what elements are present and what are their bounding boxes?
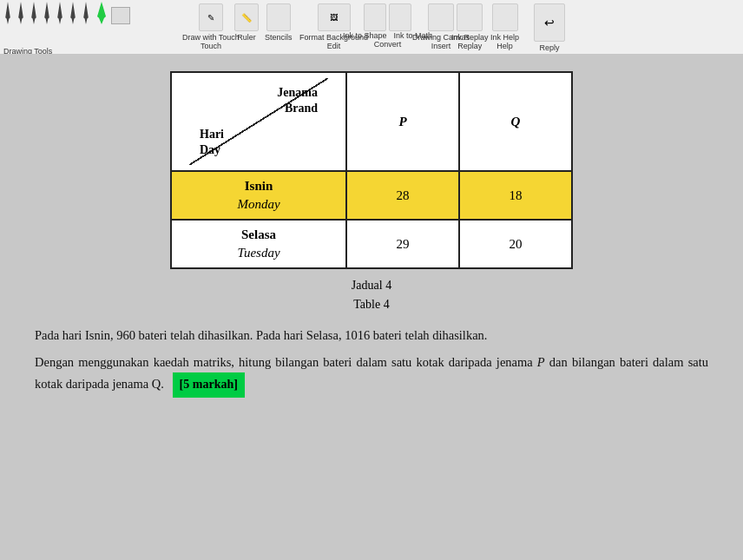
convert-label: Convert (374, 40, 402, 49)
day-malay: Hari (200, 127, 224, 142)
pen-icon-7[interactable] (80, 2, 92, 24)
main-content: Jenama Brand Hari Day P Q (0, 54, 743, 560)
day-english: Day (200, 142, 224, 158)
drawing-canvas-icon[interactable] (428, 3, 454, 31)
monday-malay: Isnin (189, 177, 328, 195)
ruler-label: Ruler (237, 33, 256, 42)
ink-replay-icon[interactable] (457, 3, 483, 31)
ink-shape-icon[interactable] (364, 3, 386, 31)
tuesday-row: Selasa Tuesday 29 20 (171, 220, 572, 268)
format-bg-sublabel: Edit (327, 42, 341, 50)
table-caption: Jadual 4 Table 4 (35, 276, 708, 315)
paragraph-2: Dengan menggunakan kaedah matriks, hitun… (35, 352, 708, 398)
day-header: Hari Day (200, 127, 224, 158)
stencils-icon[interactable] (266, 3, 291, 31)
brand-malay: Jenama (277, 85, 318, 101)
data-table: Jenama Brand Hari Day P Q (170, 71, 573, 269)
ink-replay-label: Ink Replay (451, 33, 489, 42)
paragraph-1: Pada hari Isnin, 960 bateri telah dihasi… (35, 326, 708, 346)
pen-icon-2[interactable] (15, 2, 27, 24)
pen-icon-5[interactable] (54, 2, 66, 24)
pen-icon-6[interactable] (67, 2, 79, 24)
para2-part1: Dengan menggunakan kaedah matriks, hitun… (35, 355, 533, 369)
help-sublabel: Help (496, 42, 513, 50)
tuesday-english: Tuesday (189, 244, 328, 262)
pen-icon-1[interactable] (2, 2, 14, 24)
ink-math-icon[interactable] (389, 3, 411, 31)
diagonal-header-cell: Jenama Brand Hari Day (171, 72, 346, 171)
draw-touch-label: Draw with Touch (182, 33, 240, 42)
tuesday-day-cell: Selasa Tuesday (171, 220, 346, 268)
pen-icon-4[interactable] (41, 2, 53, 24)
monday-row: Isnin Monday 28 18 (171, 171, 572, 220)
draw-touch-icon[interactable]: ✎ (199, 3, 223, 31)
brand-header: Jenama Brand (277, 85, 318, 116)
reply-icon[interactable]: ↩ (534, 3, 565, 42)
highlighter-icon[interactable] (93, 2, 110, 24)
toolbar: Drawing Tools ✎ Draw with Touch Touch 📏 … (0, 0, 743, 54)
ink-shape-label: Ink to Shape (343, 31, 387, 40)
caption-english: Table 4 (35, 295, 708, 314)
monday-p-cell: 28 (346, 171, 459, 220)
caption-malay: Jadual 4 (35, 276, 708, 295)
tuesday-p-cell: 29 (346, 220, 459, 268)
table-container: Jenama Brand Hari Day P Q (35, 71, 708, 269)
tuesday-malay: Selasa (189, 226, 328, 244)
ink-help-icon[interactable] (492, 3, 518, 31)
stencils-label: Stencils (265, 33, 293, 42)
draw-touch-sublabel: Touch (201, 42, 221, 50)
eraser-icon[interactable] (111, 7, 130, 24)
ruler-icon[interactable]: 📏 (234, 3, 259, 31)
reply-label: Reply (539, 43, 559, 52)
markah-badge: [5 markah] (173, 372, 245, 397)
tuesday-q-cell: 20 (459, 220, 572, 268)
pen-icon-3[interactable] (28, 2, 40, 24)
monday-english: Monday (189, 195, 328, 214)
ink-help-label: Ink Help (490, 33, 519, 42)
col-p-header: P (346, 72, 459, 171)
monday-day-cell: Isnin Monday (171, 171, 346, 220)
monday-q-cell: 18 (459, 171, 572, 220)
paragraph-2-container: Dengan menggunakan kaedah matriks, hitun… (35, 352, 708, 398)
insert-label: Insert (431, 42, 451, 50)
para2-p: P (537, 355, 545, 369)
brand-english: Brand (277, 101, 318, 116)
col-q-header: Q (459, 72, 572, 171)
replay-sublabel: Replay (457, 42, 482, 50)
